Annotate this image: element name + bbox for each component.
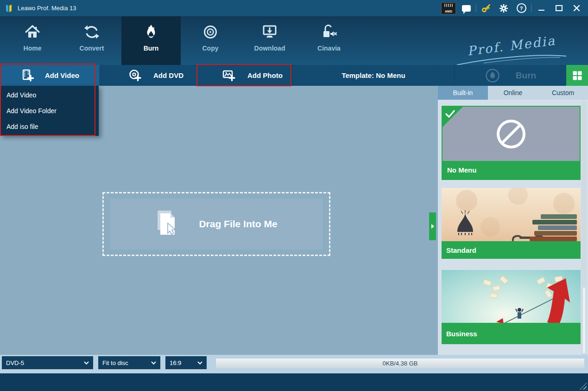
tab-custom[interactable]: Custom	[538, 86, 588, 100]
home-icon	[24, 24, 41, 40]
template-name: No Menu	[447, 166, 476, 174]
resize-grip[interactable]	[580, 383, 587, 390]
close-button[interactable]	[568, 0, 585, 16]
settings-gear-icon[interactable]	[495, 0, 512, 16]
burn-disabled-icon	[485, 68, 500, 83]
nav-tab-convert[interactable]: Convert	[62, 16, 121, 65]
maximize-button[interactable]	[550, 0, 568, 16]
nav-tab-download[interactable]: Download	[240, 16, 299, 65]
capacity-text: 0KB/4.38 GB	[383, 360, 418, 367]
add-dvd-icon	[129, 69, 141, 82]
download-icon	[261, 24, 278, 40]
template-card-standard[interactable]: Standard	[442, 188, 581, 259]
tab-online[interactable]: Online	[488, 86, 538, 100]
drag-drop-label: Drag File Into Me	[199, 218, 277, 230]
books-art	[526, 213, 577, 241]
status-bar	[0, 373, 588, 391]
burn-flame-icon	[143, 24, 159, 40]
feedback-bubble-icon[interactable]	[457, 0, 475, 16]
tab-built-in[interactable]: Built-in	[438, 86, 488, 100]
help-icon[interactable]: ?	[512, 0, 530, 16]
convert-icon	[83, 24, 100, 40]
vase-art	[455, 210, 476, 242]
bottom-settings-bar: DVD-5 Fit to disc 16:9 0KB/4.38 GB	[0, 355, 588, 373]
panel-expand-arrow[interactable]	[429, 212, 436, 240]
chevron-down-icon	[151, 361, 156, 365]
app-window: Leawo Prof. Media 13 AMD	[0, 0, 588, 391]
disc-type-select[interactable]: DVD-5	[2, 356, 93, 369]
add-dvd-button[interactable]: Add DVD	[100, 65, 197, 86]
titlebar-separator	[531, 5, 531, 12]
copy-disc-icon	[202, 24, 219, 40]
register-key-icon[interactable]	[477, 0, 495, 16]
no-menu-icon	[494, 117, 528, 151]
burn-button[interactable]: Burn	[454, 65, 567, 86]
menu-item-add-iso-file[interactable]: Add iso file	[0, 119, 99, 135]
drag-drop-zone[interactable]: Drag File Into Me	[102, 192, 330, 256]
drag-file-icon	[155, 211, 179, 237]
template-name: Business	[446, 330, 477, 338]
right-arrow-icon	[431, 224, 434, 229]
chevron-down-icon	[197, 361, 202, 365]
main-nav: Home Convert Burn	[0, 16, 588, 65]
leawo-logo-icon	[5, 4, 14, 13]
template-tabs: Built-in Online Custom	[438, 86, 588, 100]
add-photo-icon	[222, 69, 235, 82]
menu-item-add-video-folder[interactable]: Add Video Folder	[0, 103, 99, 119]
checkmark-icon	[445, 109, 456, 119]
cinavia-unlock-icon	[321, 24, 337, 40]
amd-badge-icon: AMD	[441, 2, 456, 14]
template-grid-button[interactable]	[566, 65, 588, 86]
titlebar: Leawo Prof. Media 13 AMD	[0, 0, 588, 16]
action-toolbar: Add Video Add DVD Add Photo	[0, 65, 588, 86]
add-video-icon	[21, 69, 34, 82]
templates-scrollbar[interactable]	[582, 101, 586, 354]
aspect-ratio-select[interactable]: 16:9	[165, 356, 207, 369]
menu-item-add-video[interactable]: Add Video	[0, 87, 99, 103]
template-card-no-menu[interactable]: No Menu	[442, 106, 581, 180]
brand-signature: Prof. Media	[456, 38, 567, 67]
template-selector[interactable]: Template: No Menu	[292, 65, 455, 86]
titlebar-separator	[476, 5, 476, 12]
nav-tab-copy[interactable]: Copy	[181, 16, 240, 65]
disc-capacity-bar: 0KB/4.38 GB	[215, 358, 585, 369]
add-video-button[interactable]: Add Video	[0, 65, 100, 86]
add-photo-button[interactable]: Add Photo	[197, 65, 292, 86]
grid-icon	[573, 71, 582, 80]
window-title: Leawo Prof. Media 13	[18, 5, 76, 12]
nav-tab-burn[interactable]: Burn	[121, 16, 181, 65]
template-card-business[interactable]: Business	[442, 270, 581, 344]
template-panel: Built-in Online Custom No Menu	[438, 86, 588, 355]
template-name: Standard	[446, 246, 476, 254]
fit-mode-select[interactable]: Fit to disc	[98, 356, 160, 369]
chevron-down-icon	[84, 361, 89, 365]
nav-tab-cinavia[interactable]: Cinavia	[299, 16, 359, 65]
nav-tab-home[interactable]: Home	[3, 16, 62, 65]
minimize-button[interactable]	[532, 0, 550, 16]
add-video-menu: Add Video Add Video Folder Add iso file	[0, 86, 99, 136]
